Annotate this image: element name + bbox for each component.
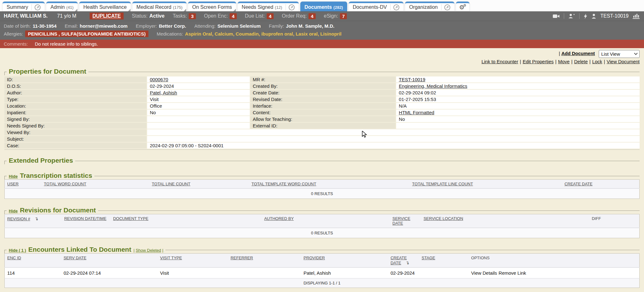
- medication-link[interactable]: Calcium: [215, 31, 236, 36]
- col-header-user[interactable]: USER: [5, 180, 42, 189]
- view-mode-select[interactable]: List View: [599, 50, 640, 58]
- delete-link[interactable]: Delete: [574, 59, 592, 64]
- tab-organization[interactable]: Organization ↗: [405, 2, 454, 11]
- external-link-icon[interactable]: ↗: [289, 4, 295, 10]
- medication-link[interactable]: Lisinopril: [320, 31, 342, 36]
- settings-gear-button[interactable]: ⚙ ⚙: [456, 2, 469, 11]
- col-header-stage[interactable]: STAGE: [419, 254, 469, 268]
- revisions-section: Hide Revisions for Document REVISION #↴ …: [4, 206, 640, 238]
- view-document-link[interactable]: View Document: [607, 59, 640, 64]
- demographics-row-1: Date of birth:11-30-1954 Email:horner@mi…: [4, 22, 640, 30]
- doc-id-link[interactable]: 0000670: [150, 77, 168, 82]
- due-list-stat: Due List: 4: [245, 13, 274, 19]
- section-title: Revisions for Document: [20, 206, 96, 214]
- revisions-section-header: Hide Revisions for Document: [4, 206, 640, 214]
- fieldset-corner: [4, 176, 7, 179]
- col-header-create-date[interactable]: CREATE DATE↴: [388, 254, 419, 268]
- col-header-revision-datetime[interactable]: REVISION DATE/TIME: [62, 214, 110, 228]
- content-format-link[interactable]: HTML Formatted: [399, 110, 434, 115]
- table-row: Type: Visit Revised Date: 01-27-2025 15:…: [4, 96, 640, 102]
- transcription-section-header: Hide Transcription statistics: [4, 172, 640, 179]
- external-link-icon[interactable]: ↗: [393, 4, 399, 10]
- tab-on-screen-forms[interactable]: On Screen Forms: [188, 2, 236, 11]
- created-by-link[interactable]: Engineering, Medical Informatics: [399, 83, 467, 89]
- employer: Employer:Better Corp.: [136, 23, 186, 29]
- col-header-authored-by[interactable]: AUTHORED BY: [262, 214, 390, 228]
- col-header-referrer[interactable]: REFERRER: [228, 254, 301, 268]
- col-header-provider[interactable]: PROVIDER: [301, 254, 388, 268]
- lightning-bolt-icon[interactable]: [584, 14, 587, 19]
- medication-link[interactable]: ibuprofen oral: [261, 31, 296, 36]
- allergies-alert[interactable]: PENICILLINS , SULFA(SULFONAMIDE ANTIBIOT…: [25, 31, 148, 37]
- tab-medical-record[interactable]: Medical Record (175): [132, 2, 187, 11]
- encounters-section: Hide ( 1 ) Encounters Linked To Document…: [4, 246, 640, 288]
- add-document-link[interactable]: Add Document: [561, 51, 595, 56]
- tab-count: (12): [275, 5, 282, 10]
- due-list-count-badge[interactable]: 4: [267, 13, 274, 19]
- medication-link[interactable]: Lasix oral: [296, 31, 320, 36]
- table-row: Location: Office Interface: N/A: [4, 103, 640, 109]
- medication-link[interactable]: Aspirin Oral: [185, 31, 214, 36]
- tab-count: (41): [66, 5, 74, 10]
- table-row: Subject:: [4, 136, 640, 142]
- hide-encounters-link[interactable]: Hide ( 1 ): [9, 248, 26, 253]
- lock-link[interactable]: Lock: [592, 59, 607, 64]
- tab-count: (282): [333, 5, 343, 10]
- encounters-section-header: Hide ( 1 ) Encounters Linked To Document…: [4, 246, 640, 253]
- external-link-icon[interactable]: ↗: [444, 4, 450, 10]
- patient-name-link[interactable]: HART, WILLIAM S.: [4, 13, 48, 19]
- create-date-cell: 02-29-2024: [388, 267, 419, 278]
- col-header-document-type[interactable]: DOCUMENT TYPE: [111, 214, 262, 228]
- add-person-icon[interactable]: [568, 14, 575, 19]
- tab-label: Documents-DV: [353, 4, 387, 10]
- hide-transcription-link[interactable]: Hide: [9, 174, 18, 179]
- medications-list: Aspirin OralCalciumCoumadinibuprofen ora…: [185, 31, 341, 36]
- tab-needs-signed[interactable]: Needs Signed (12) ↗: [238, 2, 299, 11]
- email: Email:horner@mieweb.com: [65, 23, 128, 29]
- col-header-visit-type[interactable]: VISIT TYPE: [158, 254, 228, 268]
- external-link-icon[interactable]: ↗: [35, 4, 41, 10]
- sort-descending-icon[interactable]: ↴: [35, 216, 38, 221]
- col-header-revision-number[interactable]: REVISION #↴: [5, 214, 62, 228]
- visit-type-cell: Visit: [158, 267, 228, 278]
- table-row: Inpatient: No Content: HTML Formatted: [4, 110, 640, 115]
- duplicate-flag-link[interactable]: DUPLICATE: [90, 13, 124, 20]
- order-req-count-badge[interactable]: 4: [308, 13, 315, 19]
- sort-descending-icon[interactable]: ↴: [406, 260, 409, 265]
- remove-link-link[interactable]: Remove Link: [499, 270, 526, 276]
- col-header-enc-id[interactable]: ENC ID: [5, 254, 61, 268]
- tab-label: Summary: [7, 4, 28, 10]
- mr-number-link[interactable]: TEST-10019: [399, 77, 425, 82]
- esign-count-badge[interactable]: 7: [340, 13, 347, 19]
- tab-label: Documents: [304, 4, 332, 10]
- move-link[interactable]: Move: [558, 59, 574, 64]
- show-deleted-link[interactable]: Show Deleted: [136, 248, 161, 253]
- col-header-serv-date[interactable]: SERV DATE: [61, 254, 158, 268]
- col-header-total-template-line-count[interactable]: TOTAL TEMPLATE LINE COUNT: [410, 180, 562, 189]
- video-camera-icon[interactable]: [553, 14, 560, 19]
- col-header-create-date[interactable]: CREATE DATE: [562, 180, 639, 189]
- link-to-encounter-link[interactable]: Link to Encounter: [481, 59, 523, 64]
- tab-label: Medical Record: [136, 4, 171, 10]
- col-header-service-date[interactable]: SERVICE DATE: [390, 214, 421, 228]
- author-link[interactable]: Patel, Ashish: [150, 90, 177, 95]
- tab-health-surveillance[interactable]: Health Surveillance: [79, 2, 131, 11]
- tab-divider: [441, 4, 441, 10]
- edit-properties-link[interactable]: Edit Properties: [523, 59, 558, 64]
- bar-chart-icon[interactable]: [633, 13, 640, 19]
- table-row: Viewed By:: [4, 129, 640, 135]
- tab-documents-dv[interactable]: Documents-DV ↗: [349, 2, 403, 11]
- col-header-total-word-count[interactable]: TOTAL WORD COUNT: [42, 180, 149, 189]
- tab-admin[interactable]: Admin (41): [46, 2, 77, 11]
- open-enc-count-badge[interactable]: 4: [230, 13, 236, 19]
- person-icon[interactable]: [591, 14, 596, 19]
- view-details-link[interactable]: View Details: [471, 270, 497, 276]
- col-header-total-line-count[interactable]: TOTAL LINE COUNT: [149, 180, 249, 189]
- hide-revisions-link[interactable]: Hide: [9, 209, 18, 213]
- tasks-count-badge[interactable]: 3: [189, 13, 196, 19]
- tab-documents[interactable]: Documents (282): [300, 2, 347, 11]
- col-header-total-template-word-count[interactable]: TOTAL TEMPLATE WORD COUNT: [249, 180, 410, 189]
- col-header-service-location[interactable]: SERVICE LOCATION: [421, 214, 589, 228]
- medication-link[interactable]: Coumadin: [236, 31, 261, 36]
- tab-summary[interactable]: Summary ↗: [3, 2, 45, 11]
